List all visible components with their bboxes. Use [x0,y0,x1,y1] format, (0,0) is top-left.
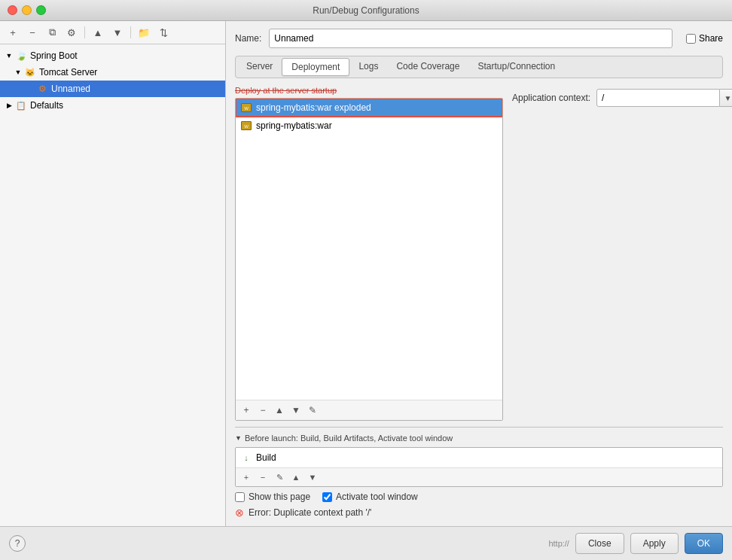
move-down-button[interactable]: ▼ [109,24,126,41]
sidebar-item-label-tomcat: Tomcat Server [39,67,97,78]
share-label: Share [699,33,723,44]
context-dropdown-button[interactable]: ▼ [720,89,732,107]
settings-button[interactable]: ⚙ [63,24,80,41]
bottom-right: http:// Close Apply OK [548,533,723,554]
tab-code-coverage[interactable]: Code Coverage [387,58,468,76]
remove-config-button[interactable]: − [24,24,41,41]
show-page-option: Show this page [235,492,310,502]
artifact-up-button[interactable]: ▲ [272,403,287,418]
application-context-section: Application context: ▼ [512,86,723,421]
options-row: Show this page Activate tool window [235,492,723,502]
error-icon: ⊗ [235,507,244,519]
sidebar-item-defaults[interactable]: ▶ 📋 Defaults [0,97,225,114]
before-launch-toolbar: + − ✎ ▲ ▼ [236,467,722,486]
artifact-section: Deploy at the server startup W spring-my… [235,86,503,421]
artifact-add-button[interactable]: + [239,403,254,418]
content-area: Name: Share Server Deployment Logs Code … [226,21,732,526]
tab-server[interactable]: Server [237,58,282,76]
activate-tool-window-checkbox[interactable] [322,492,332,502]
add-config-button[interactable]: + [5,24,21,41]
bl-up-button[interactable]: ▲ [288,470,303,485]
expand-arrow-tomcat: ▼ [14,68,23,77]
bottom-bar: ? http:// Close Apply OK [0,526,732,560]
sidebar-item-spring-boot[interactable]: ▼ 🍃 Spring Boot [0,47,225,64]
context-label: Application context: [512,93,590,103]
main-container: + − ⧉ ⚙ ▲ ▼ 📁 ⇅ ▼ 🍃 Spring Boot ▼ 🐱 Tomc… [0,21,732,526]
window-controls [8,5,46,15]
share-area: Share [686,33,723,44]
war-icon: W [240,120,252,132]
bl-add-button[interactable]: + [239,470,254,485]
error-bar: ⊗ Error: Duplicate context path '/' [235,507,723,519]
expand-arrow-spring-boot: ▼ [5,51,14,60]
expand-arrow-defaults: ▶ [5,101,14,110]
toolbar-separator-2 [130,26,131,38]
tab-logs[interactable]: Logs [349,58,387,76]
move-up-button[interactable]: ▲ [90,24,106,41]
apply-button[interactable]: Apply [630,533,679,554]
close-button[interactable] [8,5,17,15]
war-exploded-icon: W [240,102,252,114]
bottom-left: ? [9,535,26,552]
toolbar-separator-1 [84,26,85,38]
minimize-button[interactable] [22,5,32,15]
before-launch-list: ↓ Build + − ✎ ▲ ▼ [235,447,723,487]
sidebar-item-label-unnamed: Unnamed [51,84,90,94]
close-action-button[interactable]: Close [575,533,624,554]
deploy-section-label: Deploy at the server startup [235,86,503,95]
collapse-arrow[interactable]: ▼ [235,434,242,442]
bl-down-button[interactable]: ▼ [305,470,320,485]
sidebar-item-label-spring-boot: Spring Boot [30,50,78,61]
show-page-label: Show this page [249,492,310,502]
share-checkbox[interactable] [686,34,696,44]
activate-tool-window-label: Activate tool window [336,492,418,502]
artifact-list-container: W spring-mybatis:war exploded W spring-m… [235,98,503,421]
before-launch-item-label: Build [256,452,276,463]
context-input[interactable] [596,89,720,107]
artifact-label-war-exploded: spring-mybatis:war exploded [256,102,371,113]
artifact-edit-button[interactable]: ✎ [305,403,320,418]
show-page-checkbox[interactable] [235,492,245,502]
tabs-bar: Server Deployment Logs Code Coverage Sta… [235,56,723,78]
context-row: Application context: ▼ [512,89,723,107]
tab-deployment[interactable]: Deployment [282,58,349,76]
name-label: Name: [235,33,261,44]
artifact-toolbar: + − ▲ ▼ ✎ [236,400,502,420]
defaults-icon: 📋 [15,99,27,111]
config-icon: ⚙ [36,83,48,95]
before-launch-item-build[interactable]: ↓ Build [236,448,722,467]
copy-config-button[interactable]: ⧉ [44,24,60,41]
folder-button[interactable]: 📁 [136,24,152,41]
config-tree: ▼ 🍃 Spring Boot ▼ 🐱 Tomcat Server ▶ ⚙ Un… [0,44,225,526]
window-title: Run/Debug Configurations [313,5,419,16]
before-launch-title: Before launch: Build, Build Artifacts, A… [245,434,453,443]
artifact-list-body: W spring-mybatis:war exploded W spring-m… [236,99,502,400]
error-text: Error: Duplicate context path '/' [249,507,371,518]
name-input[interactable] [269,29,673,48]
ok-button[interactable]: OK [685,533,723,554]
before-launch-header: ▼ Before launch: Build, Build Artifacts,… [235,434,723,443]
sort-button[interactable]: ⇅ [155,24,172,41]
spring-boot-icon: 🍃 [15,50,27,62]
sidebar-item-label-defaults: Defaults [30,100,63,111]
maximize-button[interactable] [36,5,46,15]
artifact-down-button[interactable]: ▼ [288,403,303,418]
sidebar: + − ⧉ ⚙ ▲ ▼ 📁 ⇅ ▼ 🍃 Spring Boot ▼ 🐱 Tomc… [0,21,226,526]
activate-tool-window-option: Activate tool window [322,492,418,502]
bl-remove-button[interactable]: − [255,470,270,485]
artifact-item-war[interactable]: W spring-mybatis:war [236,117,502,135]
tomcat-icon: 🐱 [24,66,36,78]
sidebar-item-unnamed[interactable]: ▶ ⚙ Unnamed [0,81,225,97]
before-launch-section: ▼ Before launch: Build, Build Artifacts,… [235,427,723,487]
tab-startup-connection[interactable]: Startup/Connection [468,58,564,76]
url-hint: http:// [548,539,569,548]
sidebar-item-tomcat-server[interactable]: ▼ 🐱 Tomcat Server [0,64,225,81]
bl-edit-button[interactable]: ✎ [272,470,287,485]
artifact-remove-button[interactable]: − [255,403,270,418]
sidebar-toolbar: + − ⧉ ⚙ ▲ ▼ 📁 ⇅ [0,21,225,44]
build-icon: ↓ [240,452,252,464]
name-row: Name: Share [235,29,723,48]
artifact-item-war-exploded[interactable]: W spring-mybatis:war exploded [236,99,502,117]
deployment-panel: Deploy at the server startup W spring-my… [235,86,723,421]
help-button[interactable]: ? [9,535,26,552]
